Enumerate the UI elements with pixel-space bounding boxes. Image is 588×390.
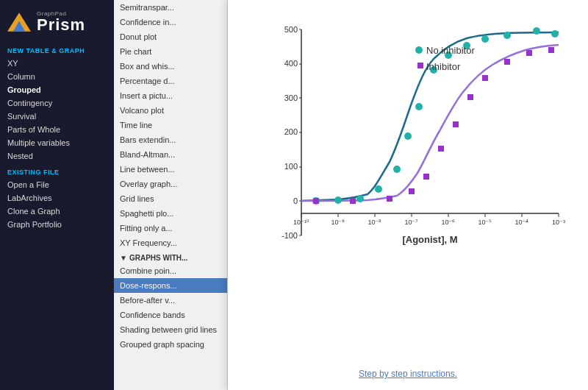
logo-text: GraphPad Prism [37, 11, 85, 33]
menu-overlay-graph[interactable]: Overlay graph... [114, 177, 227, 191]
middle-menu: Semitranspar... Confidence in... Donut p… [114, 0, 228, 390]
svg-text:10⁻³: 10⁻³ [552, 219, 565, 226]
graphs-with-section: ▼ GRAPHS WITH... [114, 250, 227, 263]
svg-rect-55 [453, 121, 459, 127]
menu-volcano-plot[interactable]: Volcano plot [114, 103, 227, 118]
svg-point-36 [334, 196, 342, 204]
menu-spaghetti[interactable]: Spaghetti plo... [114, 206, 227, 221]
svg-point-61 [415, 46, 423, 54]
svg-text:10⁻⁷: 10⁻⁷ [404, 219, 418, 226]
sidebar-item-column[interactable]: Column [0, 70, 114, 83]
svg-rect-60 [548, 47, 554, 53]
svg-rect-54 [438, 146, 444, 152]
svg-rect-59 [526, 50, 532, 56]
svg-text:500: 500 [284, 25, 298, 34]
svg-rect-57 [482, 75, 488, 81]
svg-rect-56 [467, 94, 473, 100]
svg-point-45 [481, 35, 489, 43]
svg-rect-51 [387, 196, 392, 202]
chart-area: 500 400 300 200 100 0 -100 10⁻¹⁰ 10⁻⁹ [228, 0, 588, 390]
menu-fitting-only[interactable]: Fitting only a... [114, 221, 227, 235]
svg-rect-58 [504, 59, 510, 65]
existing-file-section-title: EXISTING FILE [0, 163, 114, 178]
sidebar-item-graph-portfolio[interactable]: Graph Portfolio [0, 218, 114, 231]
sidebar-item-clone-graph[interactable]: Clone a Graph [0, 205, 114, 218]
sidebar: GraphPad Prism NEW TABLE & GRAPH XY Colu… [0, 0, 114, 390]
svg-text:200: 200 [284, 127, 298, 136]
svg-text:100: 100 [284, 162, 298, 171]
svg-text:300: 300 [284, 93, 298, 102]
menu-semitransparent[interactable]: Semitranspar... [114, 0, 227, 15]
svg-point-48 [551, 30, 559, 38]
menu-grid-lines[interactable]: Grid lines [114, 191, 227, 206]
svg-text:10⁻¹⁰: 10⁻¹⁰ [293, 219, 309, 226]
step-by-step-link[interactable]: Step by step instructions. [359, 369, 457, 379]
menu-xy-frequency[interactable]: XY Frequency... [114, 235, 227, 250]
svg-text:No inhibitor: No inhibitor [426, 45, 475, 56]
menu-grouped-spacing[interactable]: Grouped graph spacing [114, 337, 227, 352]
svg-point-39 [393, 166, 401, 173]
menu-line-between[interactable]: Line between... [114, 162, 227, 177]
chart-container: 500 400 300 200 100 0 -100 10⁻¹⁰ 10⁻⁹ [243, 15, 573, 363]
svg-point-41 [415, 103, 423, 110]
svg-text:Inhibitor: Inhibitor [426, 61, 461, 72]
svg-text:10⁻⁵: 10⁻⁵ [478, 219, 492, 226]
menu-confidence-bands[interactable]: Confidence bands [114, 308, 227, 322]
right-panel: Semitranspar... Confidence in... Donut p… [114, 0, 588, 390]
svg-rect-53 [423, 174, 429, 180]
sidebar-item-grouped[interactable]: Grouped [0, 83, 114, 96]
menu-before-after[interactable]: Before-after v... [114, 293, 227, 308]
svg-text:-100: -100 [282, 231, 298, 240]
svg-point-37 [356, 195, 364, 202]
sidebar-item-survival[interactable]: Survival [0, 110, 114, 123]
sidebar-item-multiple-variables[interactable]: Multiple variables [0, 136, 114, 149]
svg-text:400: 400 [284, 59, 298, 68]
sidebar-item-nested[interactable]: Nested [0, 149, 114, 163]
new-table-section-title: NEW TABLE & GRAPH [0, 41, 114, 57]
menu-combine-points[interactable]: Combine poin... [114, 263, 227, 278]
svg-text:[Agonist], M: [Agonist], M [402, 234, 457, 245]
sidebar-item-contingency[interactable]: Contingency [0, 96, 114, 110]
svg-text:0: 0 [293, 196, 298, 205]
menu-donut-plot[interactable]: Donut plot [114, 29, 227, 44]
svg-point-46 [503, 32, 511, 39]
svg-text:10⁻⁶: 10⁻⁶ [441, 219, 455, 226]
menu-shading-grid[interactable]: Shading between grid lines [114, 322, 227, 337]
menu-box-whisker[interactable]: Box and whis... [114, 59, 227, 74]
menu-time-line[interactable]: Time line [114, 118, 227, 132]
menu-bland-altman[interactable]: Bland-Altman... [114, 147, 227, 162]
svg-text:10⁻⁴: 10⁻⁴ [514, 219, 528, 226]
svg-rect-52 [409, 188, 415, 194]
svg-point-47 [533, 27, 540, 35]
svg-rect-49 [313, 198, 319, 204]
svg-text:10⁻⁸: 10⁻⁸ [368, 219, 381, 226]
menu-percentage[interactable]: Percentage d... [114, 74, 227, 88]
menu-pie-chart[interactable]: Pie chart [114, 44, 227, 59]
menu-insert-picture[interactable]: Insert a pictu... [114, 88, 227, 103]
menu-confidence-in[interactable]: Confidence in... [114, 15, 227, 29]
sidebar-item-parts-of-whole[interactable]: Parts of Whole [0, 123, 114, 136]
prism-label: Prism [37, 17, 85, 33]
svg-point-40 [404, 132, 412, 140]
menu-bars-extending[interactable]: Bars extendin... [114, 132, 227, 147]
menu-dose-response[interactable]: Dose-respons... [114, 278, 227, 293]
logo: GraphPad Prism [0, 0, 114, 41]
dose-response-chart: 500 400 300 200 100 0 -100 10⁻¹⁰ 10⁻⁹ [243, 15, 573, 280]
svg-rect-50 [350, 198, 356, 204]
sidebar-item-xy[interactable]: XY [0, 57, 114, 70]
svg-rect-63 [417, 63, 423, 68]
sidebar-item-labarchives[interactable]: LabArchives [0, 191, 114, 205]
svg-text:10⁻⁹: 10⁻⁹ [331, 219, 345, 226]
svg-point-38 [375, 185, 382, 193]
logo-icon [7, 10, 31, 34]
sidebar-item-open-file[interactable]: Open a File [0, 178, 114, 191]
collapse-icon: ▼ [120, 254, 127, 262]
